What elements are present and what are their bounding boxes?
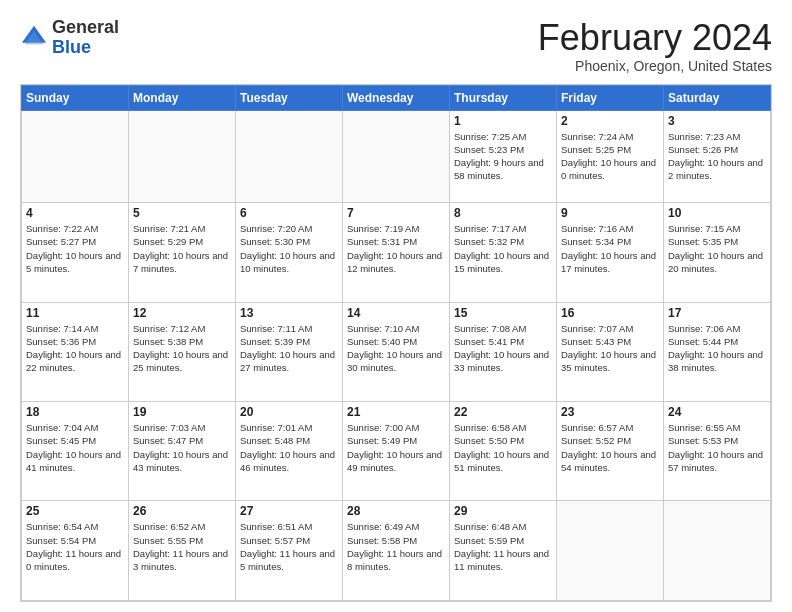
day-info: Sunrise: 7:15 AMSunset: 5:35 PMDaylight:… xyxy=(668,222,766,275)
header: General Blue February 2024 Phoenix, Oreg… xyxy=(20,18,772,74)
weekday-header-saturday: Saturday xyxy=(664,85,771,110)
day-info: Sunrise: 7:25 AMSunset: 5:23 PMDaylight:… xyxy=(454,130,552,183)
calendar-cell: 8Sunrise: 7:17 AMSunset: 5:32 PMDaylight… xyxy=(450,203,557,302)
day-number: 22 xyxy=(454,405,552,419)
calendar-table: SundayMondayTuesdayWednesdayThursdayFrid… xyxy=(21,85,771,601)
calendar-cell: 2Sunrise: 7:24 AMSunset: 5:25 PMDaylight… xyxy=(557,110,664,202)
calendar-cell xyxy=(557,501,664,601)
day-number: 27 xyxy=(240,504,338,518)
day-number: 29 xyxy=(454,504,552,518)
day-info: Sunrise: 7:22 AMSunset: 5:27 PMDaylight:… xyxy=(26,222,124,275)
calendar-cell: 10Sunrise: 7:15 AMSunset: 5:35 PMDayligh… xyxy=(664,203,771,302)
day-info: Sunrise: 6:58 AMSunset: 5:50 PMDaylight:… xyxy=(454,421,552,474)
logo-text: General Blue xyxy=(52,18,119,58)
weekday-header-wednesday: Wednesday xyxy=(343,85,450,110)
day-number: 20 xyxy=(240,405,338,419)
day-number: 26 xyxy=(133,504,231,518)
month-title: February 2024 xyxy=(538,18,772,58)
calendar-cell: 11Sunrise: 7:14 AMSunset: 5:36 PMDayligh… xyxy=(22,302,129,401)
day-number: 19 xyxy=(133,405,231,419)
page: General Blue February 2024 Phoenix, Oreg… xyxy=(0,0,792,612)
weekday-row: SundayMondayTuesdayWednesdayThursdayFrid… xyxy=(22,85,771,110)
calendar-cell: 14Sunrise: 7:10 AMSunset: 5:40 PMDayligh… xyxy=(343,302,450,401)
logo-general-text: General xyxy=(52,17,119,37)
calendar-cell: 12Sunrise: 7:12 AMSunset: 5:38 PMDayligh… xyxy=(129,302,236,401)
calendar-cell: 23Sunrise: 6:57 AMSunset: 5:52 PMDayligh… xyxy=(557,402,664,501)
weekday-header-sunday: Sunday xyxy=(22,85,129,110)
calendar: SundayMondayTuesdayWednesdayThursdayFrid… xyxy=(20,84,772,602)
day-info: Sunrise: 6:51 AMSunset: 5:57 PMDaylight:… xyxy=(240,520,338,573)
day-info: Sunrise: 6:57 AMSunset: 5:52 PMDaylight:… xyxy=(561,421,659,474)
calendar-cell: 18Sunrise: 7:04 AMSunset: 5:45 PMDayligh… xyxy=(22,402,129,501)
day-info: Sunrise: 7:11 AMSunset: 5:39 PMDaylight:… xyxy=(240,322,338,375)
calendar-cell: 24Sunrise: 6:55 AMSunset: 5:53 PMDayligh… xyxy=(664,402,771,501)
day-info: Sunrise: 7:10 AMSunset: 5:40 PMDaylight:… xyxy=(347,322,445,375)
day-number: 9 xyxy=(561,206,659,220)
day-info: Sunrise: 7:04 AMSunset: 5:45 PMDaylight:… xyxy=(26,421,124,474)
day-info: Sunrise: 7:23 AMSunset: 5:26 PMDaylight:… xyxy=(668,130,766,183)
calendar-cell: 25Sunrise: 6:54 AMSunset: 5:54 PMDayligh… xyxy=(22,501,129,601)
calendar-cell: 27Sunrise: 6:51 AMSunset: 5:57 PMDayligh… xyxy=(236,501,343,601)
day-info: Sunrise: 6:49 AMSunset: 5:58 PMDaylight:… xyxy=(347,520,445,573)
calendar-cell xyxy=(236,110,343,202)
day-number: 18 xyxy=(26,405,124,419)
day-number: 16 xyxy=(561,306,659,320)
calendar-cell: 21Sunrise: 7:00 AMSunset: 5:49 PMDayligh… xyxy=(343,402,450,501)
calendar-cell xyxy=(129,110,236,202)
day-info: Sunrise: 6:54 AMSunset: 5:54 PMDaylight:… xyxy=(26,520,124,573)
day-number: 23 xyxy=(561,405,659,419)
day-info: Sunrise: 7:20 AMSunset: 5:30 PMDaylight:… xyxy=(240,222,338,275)
day-number: 7 xyxy=(347,206,445,220)
calendar-cell xyxy=(343,110,450,202)
calendar-cell: 15Sunrise: 7:08 AMSunset: 5:41 PMDayligh… xyxy=(450,302,557,401)
day-info: Sunrise: 6:48 AMSunset: 5:59 PMDaylight:… xyxy=(454,520,552,573)
day-number: 5 xyxy=(133,206,231,220)
day-number: 17 xyxy=(668,306,766,320)
day-info: Sunrise: 7:07 AMSunset: 5:43 PMDaylight:… xyxy=(561,322,659,375)
calendar-cell: 28Sunrise: 6:49 AMSunset: 5:58 PMDayligh… xyxy=(343,501,450,601)
calendar-cell xyxy=(664,501,771,601)
day-number: 12 xyxy=(133,306,231,320)
calendar-cell: 7Sunrise: 7:19 AMSunset: 5:31 PMDaylight… xyxy=(343,203,450,302)
logo: General Blue xyxy=(20,18,119,58)
calendar-cell: 6Sunrise: 7:20 AMSunset: 5:30 PMDaylight… xyxy=(236,203,343,302)
calendar-cell: 19Sunrise: 7:03 AMSunset: 5:47 PMDayligh… xyxy=(129,402,236,501)
day-info: Sunrise: 6:52 AMSunset: 5:55 PMDaylight:… xyxy=(133,520,231,573)
day-info: Sunrise: 7:19 AMSunset: 5:31 PMDaylight:… xyxy=(347,222,445,275)
location: Phoenix, Oregon, United States xyxy=(538,58,772,74)
day-number: 28 xyxy=(347,504,445,518)
calendar-cell: 4Sunrise: 7:22 AMSunset: 5:27 PMDaylight… xyxy=(22,203,129,302)
day-info: Sunrise: 7:06 AMSunset: 5:44 PMDaylight:… xyxy=(668,322,766,375)
day-info: Sunrise: 7:14 AMSunset: 5:36 PMDaylight:… xyxy=(26,322,124,375)
title-block: February 2024 Phoenix, Oregon, United St… xyxy=(538,18,772,74)
logo-icon xyxy=(20,24,48,52)
day-info: Sunrise: 7:17 AMSunset: 5:32 PMDaylight:… xyxy=(454,222,552,275)
day-info: Sunrise: 6:55 AMSunset: 5:53 PMDaylight:… xyxy=(668,421,766,474)
calendar-cell: 20Sunrise: 7:01 AMSunset: 5:48 PMDayligh… xyxy=(236,402,343,501)
day-number: 13 xyxy=(240,306,338,320)
calendar-row-3: 11Sunrise: 7:14 AMSunset: 5:36 PMDayligh… xyxy=(22,302,771,401)
calendar-cell: 17Sunrise: 7:06 AMSunset: 5:44 PMDayligh… xyxy=(664,302,771,401)
logo-blue-text: Blue xyxy=(52,37,91,57)
day-number: 10 xyxy=(668,206,766,220)
day-number: 15 xyxy=(454,306,552,320)
calendar-row-1: 1Sunrise: 7:25 AMSunset: 5:23 PMDaylight… xyxy=(22,110,771,202)
day-info: Sunrise: 7:21 AMSunset: 5:29 PMDaylight:… xyxy=(133,222,231,275)
calendar-cell: 9Sunrise: 7:16 AMSunset: 5:34 PMDaylight… xyxy=(557,203,664,302)
calendar-cell: 29Sunrise: 6:48 AMSunset: 5:59 PMDayligh… xyxy=(450,501,557,601)
day-number: 25 xyxy=(26,504,124,518)
day-info: Sunrise: 7:00 AMSunset: 5:49 PMDaylight:… xyxy=(347,421,445,474)
calendar-row-5: 25Sunrise: 6:54 AMSunset: 5:54 PMDayligh… xyxy=(22,501,771,601)
day-number: 11 xyxy=(26,306,124,320)
day-info: Sunrise: 7:03 AMSunset: 5:47 PMDaylight:… xyxy=(133,421,231,474)
day-info: Sunrise: 7:24 AMSunset: 5:25 PMDaylight:… xyxy=(561,130,659,183)
day-number: 3 xyxy=(668,114,766,128)
calendar-row-4: 18Sunrise: 7:04 AMSunset: 5:45 PMDayligh… xyxy=(22,402,771,501)
day-number: 4 xyxy=(26,206,124,220)
calendar-cell: 26Sunrise: 6:52 AMSunset: 5:55 PMDayligh… xyxy=(129,501,236,601)
day-number: 1 xyxy=(454,114,552,128)
day-info: Sunrise: 7:16 AMSunset: 5:34 PMDaylight:… xyxy=(561,222,659,275)
calendar-cell: 3Sunrise: 7:23 AMSunset: 5:26 PMDaylight… xyxy=(664,110,771,202)
calendar-cell xyxy=(22,110,129,202)
calendar-cell: 13Sunrise: 7:11 AMSunset: 5:39 PMDayligh… xyxy=(236,302,343,401)
